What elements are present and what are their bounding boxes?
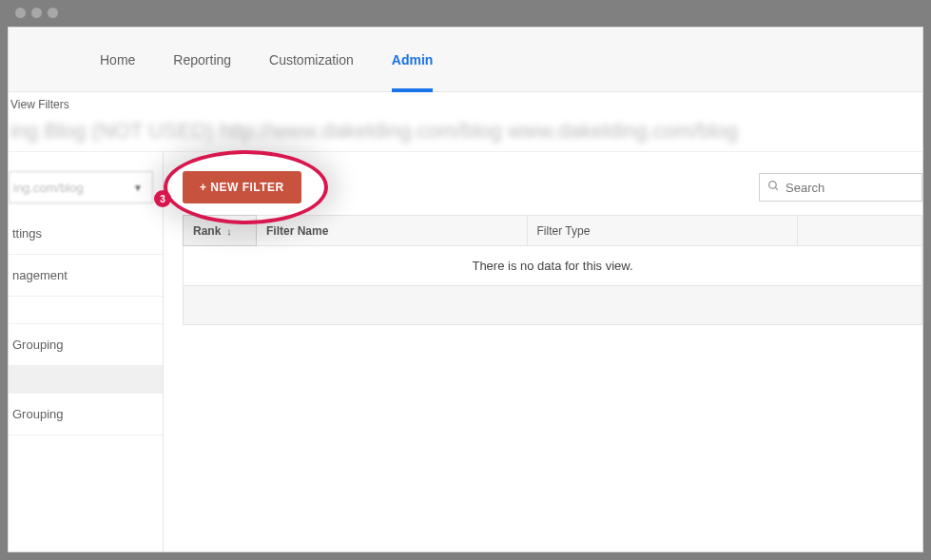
app-window: Home Reporting Customization Admin View … (8, 27, 923, 552)
sidebar-item-grouping[interactable]: Grouping (9, 324, 163, 366)
sidebar-item-filters[interactable] (9, 366, 163, 394)
table-body-empty: There is no data for this view. (184, 246, 921, 286)
col-rank-label: Rank (193, 224, 221, 238)
search-input[interactable] (786, 181, 914, 195)
col-filter-type[interactable]: Filter Type (528, 216, 799, 245)
window-dot (31, 8, 42, 18)
tutorial-step-badge: 3 (154, 190, 171, 207)
sidebar: ing.com/blog ▼ ttings nagement Grouping … (9, 152, 164, 552)
col-name-label: Filter Name (266, 224, 328, 238)
col-type-label: Filter Type (537, 224, 591, 238)
nav-customization[interactable]: Customization (269, 29, 354, 91)
toolbar: 3 + NEW FILTER (183, 171, 922, 203)
top-nav: Home Reporting Customization Admin (9, 28, 922, 92)
window-dot (15, 8, 26, 18)
view-filters-label: View Filters (9, 98, 922, 111)
table-header: Rank ↓ Filter Name Filter Type (184, 216, 921, 246)
view-selector-dropdown[interactable]: ing.com/blog ▼ (9, 171, 153, 203)
table-footer (184, 286, 921, 324)
sidebar-item-grouping-2[interactable]: Grouping (9, 394, 163, 435)
sort-arrow-icon: ↓ (226, 225, 232, 237)
search-icon (767, 179, 780, 196)
subheader: View Filters ing Blog (NOT USED) http://… (9, 92, 922, 152)
window-traffic-lights (15, 8, 58, 18)
sidebar-item-management[interactable]: nagement (9, 255, 163, 297)
chevron-down-icon: ▼ (133, 183, 143, 193)
filters-table: Rank ↓ Filter Name Filter Type There is … (183, 215, 922, 325)
nav-home[interactable]: Home (100, 29, 135, 91)
nav-reporting[interactable]: Reporting (173, 29, 231, 91)
search-box[interactable] (759, 173, 922, 202)
sidebar-item-settings[interactable]: ttings (9, 213, 163, 255)
svg-point-0 (769, 182, 777, 189)
view-selector-label: ing.com/blog (13, 181, 84, 195)
svg-line-1 (775, 187, 778, 190)
sidebar-item[interactable] (9, 297, 163, 324)
empty-message: There is no data for this view. (472, 259, 632, 273)
col-actions (798, 216, 921, 245)
main-panel: 3 + NEW FILTER Rank ↓ (164, 152, 922, 552)
col-rank[interactable]: Rank ↓ (183, 215, 257, 246)
nav-admin[interactable]: Admin (392, 29, 434, 91)
new-filter-button[interactable]: + NEW FILTER (183, 171, 301, 203)
property-title-blurred: ing Blog (NOT USED) http://www.dakelding… (9, 119, 922, 144)
window-dot (48, 8, 58, 18)
col-filter-name[interactable]: Filter Name (257, 216, 528, 245)
